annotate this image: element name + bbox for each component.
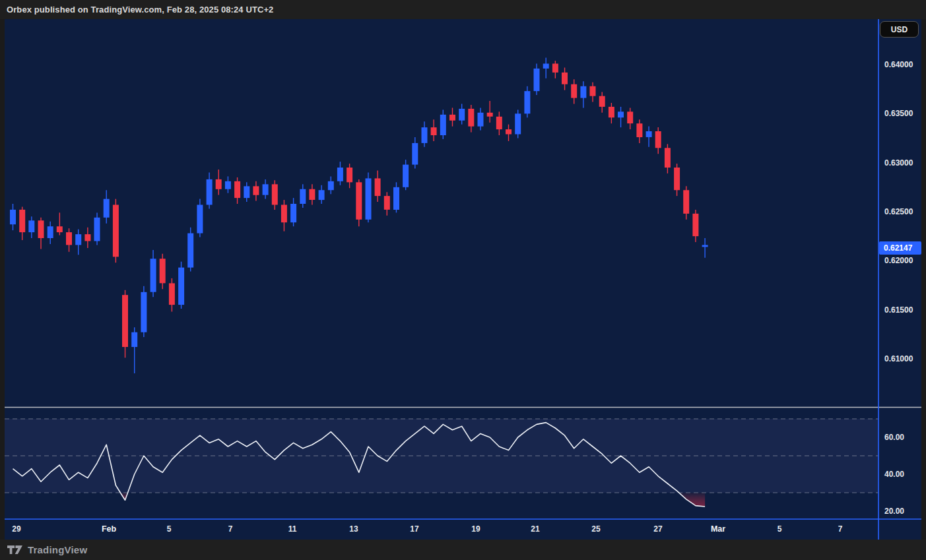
time-axis-label: 5 [167,524,172,534]
header-title: Orbex published on TradingView.com, Feb … [0,5,273,15]
price-axis[interactable]: 0.640000.635000.630000.625000.620000.615… [878,19,921,540]
tradingview-brand-text: TradingView [28,544,87,555]
time-axis-label: Feb [102,524,116,534]
time-axis-label: 13 [349,524,358,534]
time-axis-label: 7 [228,524,233,534]
price-axis-label: 0.62000 [884,256,913,265]
rsi-axis-label: 60.00 [884,433,904,442]
time-axis[interactable]: 29Feb5711131719212527Mar57 [5,520,921,540]
time-axis-label: 27 [653,524,662,534]
time-axis-label: 11 [288,524,297,534]
time-axis-label: Mar [711,524,725,534]
time-axis-label: 29 [12,524,20,534]
footer-bar: TradingView [0,540,926,560]
chart-area[interactable]: 0.640000.635000.630000.625000.620000.615… [5,19,921,540]
price-axis-label: 0.61000 [884,354,913,363]
time-axis-label: 19 [471,524,480,534]
time-axis-label: 21 [531,524,539,534]
time-axis-label: 5 [777,524,782,534]
rsi-oversold-fill [679,493,705,507]
last-price-label: 0.62147 [879,241,921,255]
price-axis-label: 0.63500 [884,109,913,118]
currency-button[interactable]: USD [880,21,919,38]
rsi-axis-label: 40.00 [884,470,904,479]
time-axis-label: 25 [591,524,600,534]
price-axis-label: 0.63000 [884,158,913,168]
time-axis-label: 7 [838,524,843,534]
tradingview-logo-icon [7,545,22,555]
price-axis-label: 0.61500 [884,305,913,315]
header-bar: Orbex published on TradingView.com, Feb … [0,0,926,19]
rsi-axis-label: 20.00 [884,507,904,516]
price-axis-label: 0.64000 [884,60,913,69]
chart-canvas[interactable] [5,19,921,540]
price-axis-label: 0.62500 [884,207,913,216]
time-axis-label: 17 [410,524,418,534]
